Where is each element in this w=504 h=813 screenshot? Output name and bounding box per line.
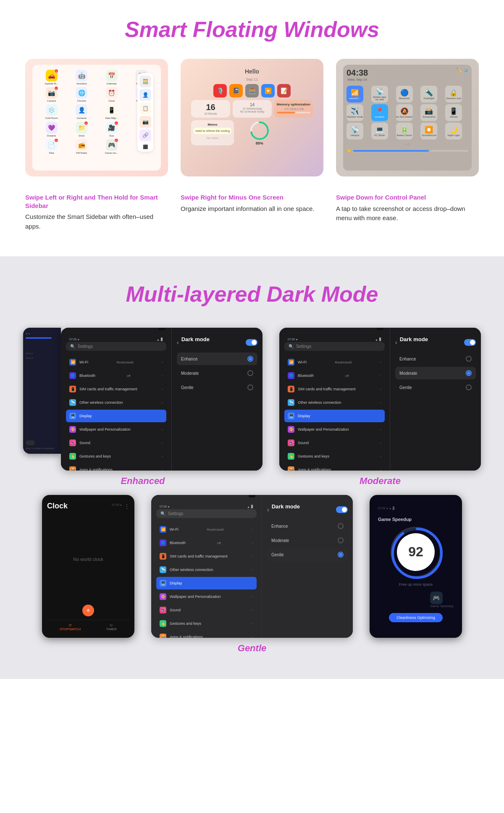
settings-item-sound[interactable]: 🔊 Sound › — [66, 437, 166, 449]
settings-item-sim-gentle[interactable]: 📱 SIM cards and traffic management › — [156, 550, 257, 563]
settings-item-bt-gentle[interactable]: 🔵 Bluetooth off › — [156, 537, 257, 549]
dm-option-gentle[interactable]: Gentle — [177, 381, 257, 394]
mini-app-browser: ▶️ — [261, 84, 275, 97]
settings-item-apps[interactable]: 📦 Apps & notifications › — [66, 463, 166, 471]
settings-item-wireless[interactable]: 📡 Other wireless connection › — [66, 396, 166, 409]
ctrl-btn-lock[interactable]: 🔒 Direction lock — [445, 86, 462, 103]
wifi-item-icon: 📶 — [69, 359, 76, 366]
settings-item-wallpaper[interactable]: 🎨 Wallpaper and Personalization › — [66, 423, 166, 436]
clock-tab-timer[interactable]: ⏲ TIMER — [106, 624, 117, 631]
mini-app-calc: 🧮 — [245, 84, 259, 97]
wifi-value-gentle: Restricted0 — [207, 528, 223, 531]
moderate-radio-gentle — [338, 537, 344, 543]
dm-option-gentle-gentle[interactable]: Gentle — [267, 548, 348, 561]
ctrl-btn-wifi[interactable]: 📶 cskce4C... — [346, 86, 363, 103]
screenshot-icon: 📸 — [425, 107, 433, 115]
moderate-label-mod: Moderate — [399, 371, 417, 376]
ctrl-btn-record[interactable]: ⏺️ ScoreRecord — [420, 123, 437, 139]
ctrl-btn-label: Flashlight — [424, 97, 435, 100]
wifi-chevron: › — [162, 360, 163, 364]
dm-toggle-mod[interactable] — [464, 339, 476, 346]
wallpaper-label-mod: Wallpaper and Personalization — [298, 427, 349, 431]
dm-option-enhance-mod[interactable]: Enhance — [395, 353, 476, 365]
ctrl-btn-vibrate[interactable]: 📳 Vibrate — [445, 104, 462, 121]
clock-tab-stopwatch[interactable]: ⏱ STOPWATCH — [60, 624, 81, 631]
settings-item-wallpaper-gentle[interactable]: 🎨 Wallpaper and Personalization › — [156, 590, 257, 603]
wifi-chevron-mod: › — [380, 360, 381, 364]
settings-item-display[interactable]: 🖥️ Display › — [66, 410, 166, 422]
display-chevron-mod: › — [380, 414, 381, 418]
app-item: 💜 Dreame — [37, 122, 66, 137]
dm-toggle-gentle[interactable] — [336, 506, 348, 513]
gentle-label-gentle: Gentle — [271, 553, 284, 557]
ctrl-btn-location[interactable]: 📍 Location — [371, 104, 388, 121]
settings-search-mod[interactable]: 🔍 Settings — [284, 342, 385, 351]
settings-item-gestures[interactable]: 👆 Gestures and keys › — [66, 450, 166, 463]
tablet-notch-mod — [377, 328, 383, 330]
settings-item-wifi-mod[interactable]: 📶 Wi-Fi Restricted0 › — [284, 356, 385, 368]
ctrl-btn-flashlight[interactable]: 🔦 Flashlight — [420, 86, 437, 103]
ctrl-btn-screenshot[interactable]: 📸 Screenshot — [420, 104, 437, 121]
apps-label-mod: Apps & notifications — [298, 468, 331, 471]
settings-item-apps-gentle[interactable]: 📦 Apps & notifications › — [156, 631, 257, 638]
sim-chevron-gentle: › — [252, 555, 253, 558]
game-arc-svg — [391, 527, 444, 580]
ctrl-btn-airplane[interactable]: ✈️ Airplane mode — [346, 104, 363, 121]
clock-fab[interactable]: + — [82, 605, 94, 616]
settings-item-display-gentle[interactable]: 🖥️ Display › — [156, 577, 257, 589]
settings-item-bt-mod[interactable]: 🔵 Bluetooth off › — [284, 369, 385, 382]
ctrl-btn-pcmode[interactable]: 💻 PC Mode — [371, 123, 388, 139]
brightness-slider-bg — [430, 150, 468, 152]
settings-item-display-mod[interactable]: 🖥️ Display › — [284, 410, 385, 422]
ctrl-btn-bt[interactable]: 🔵 Bluetooth — [396, 86, 413, 103]
settings-item-sound-mod[interactable]: 🔊 Sound › — [284, 437, 385, 449]
dm-option-gentle-mod[interactable]: Gentle — [395, 381, 476, 394]
enhanced-group: ● ● default default after 1 minute of in… — [23, 328, 262, 487]
settings-search-gentle[interactable]: 🔍 Settings — [156, 509, 257, 518]
wallpaper-chevron-gentle: › — [252, 595, 253, 599]
game-optimize-btn[interactable]: Cleanliness Optimizing — [389, 613, 443, 622]
settings-item-sound-gentle[interactable]: 🔊 Sound › — [156, 604, 257, 616]
settings-item-wireless-gentle[interactable]: 📡 Other wireless connection › — [156, 563, 257, 576]
settings-item-sim-mod[interactable]: 📱 SIM cards and traffic management › — [284, 383, 385, 395]
wifi-label-mod: Wi-Fi — [298, 360, 307, 364]
brightness-slider[interactable] — [353, 150, 429, 152]
app-item: 📅 Calendar — [97, 70, 126, 85]
ctrl-btn-label: Screenshot — [423, 116, 435, 118]
ctrl-btn-hotspot[interactable]: 📡 Hotspot — [346, 123, 363, 139]
settings-item-sim[interactable]: 📱 SIM cards and traffic management › — [66, 383, 166, 395]
status-time: 07:00 ● — [69, 338, 79, 341]
status-time-mod: 07:00 ● — [288, 338, 298, 341]
ctrl-btn-dnd[interactable]: 🔕 Do Not Disturb — [396, 104, 413, 121]
settings-search[interactable]: 🔍 Settings — [66, 342, 166, 351]
dm-option-moderate-mod[interactable]: Moderate — [395, 367, 476, 379]
ctrl-btn-nightlight[interactable]: 🌙 Night Light — [445, 123, 462, 139]
sidebar-icon: 📷 — [139, 116, 151, 128]
settings-item-gestures-gentle[interactable]: 👆 Gestures and keys › — [156, 617, 257, 630]
dm-option-moderate-gentle[interactable]: Moderate — [267, 534, 348, 547]
dm-option-enhance[interactable]: Enhance — [177, 353, 257, 365]
dm-option-enhance-gentle[interactable]: Enhance — [267, 520, 348, 532]
gestures-chevron: › — [162, 455, 163, 458]
stopwatch-icon: ⏱ — [60, 624, 81, 627]
enhance-radio-gentle — [338, 523, 344, 529]
time-widget: 16 16 Minute — [191, 100, 230, 118]
section1-title: Smart Floating Windows — [25, 17, 479, 42]
settings-item-wallpaper-mod[interactable]: 🎨 Wallpaper and Personalization › — [284, 423, 385, 436]
ctrl-btn-battery[interactable]: 🔋 Battery Saver — [396, 123, 413, 139]
gestures-item-icon-mod: 👆 — [288, 453, 294, 460]
dm-option-moderate[interactable]: Moderate — [177, 367, 257, 379]
ctrl-brightness-row: ☀️ — [346, 148, 468, 153]
settings-item-wifi[interactable]: 📶 Wi-Fi Restricted0 › — [66, 356, 166, 368]
ctrl-btn-mobile[interactable]: 📡 Mobile data No SIM — [371, 86, 388, 103]
settings-item-wifi-gentle[interactable]: 📶 Wi-Fi Restricted0 › — [156, 523, 257, 536]
settings-item-apps-mod[interactable]: 📦 Apps & notifications › — [284, 463, 385, 471]
settings-item-gestures-mod[interactable]: 👆 Gestures and keys › — [284, 450, 385, 463]
app-item: 🎮 + Game mo... — [97, 139, 126, 155]
desc2-text: Organize important information all in on… — [181, 204, 323, 214]
settings-item-wireless-mod[interactable]: 📡 Other wireless connection › — [284, 396, 385, 409]
settings-item-bt[interactable]: 🔵 Bluetooth off › — [66, 369, 166, 382]
bt-icon: 🔵 — [400, 89, 409, 97]
dm-toggle[interactable] — [246, 339, 257, 346]
partial-toggle-off — [26, 440, 35, 445]
